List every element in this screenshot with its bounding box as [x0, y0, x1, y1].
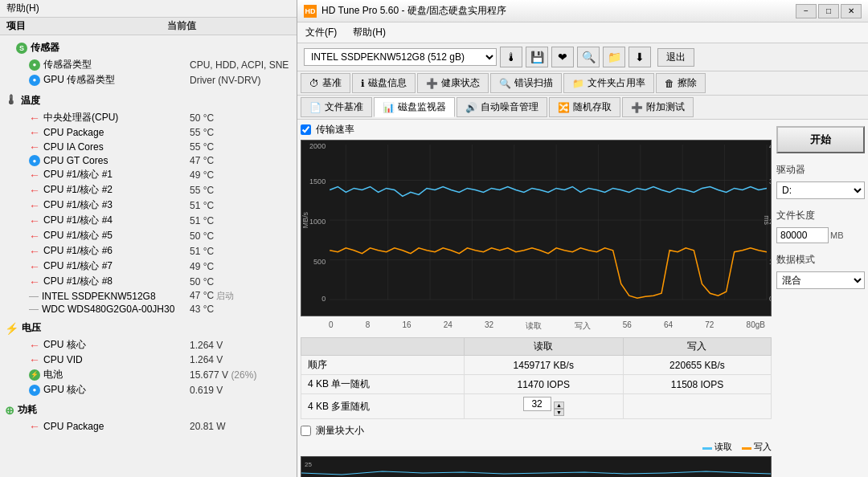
core8-value: 50 °C	[190, 276, 290, 287]
tab-auto-noise[interactable]: 🔊 自动噪音管理	[457, 97, 547, 117]
cpu-ia-value: 55 °C	[190, 141, 290, 153]
core3-value: 51 °C	[190, 200, 290, 211]
core4-icon: ←	[29, 214, 40, 227]
left-menubar[interactable]: 帮助(H)	[0, 0, 297, 18]
read-legend-dot	[702, 447, 712, 450]
chart-header: 传输速率	[301, 123, 772, 137]
cpu-ia-icon: ←	[29, 141, 40, 153]
cpu-vid-value: 1.264 V	[190, 354, 290, 365]
left-table: S 传感器 ● 传感器类型 CPU, HDD, ACPI, SNE ● GPU …	[0, 35, 297, 477]
left-panel: 帮助(H) 项目 当前值 S 传感器 ● 传感器类型 CPU, HDD, ACP…	[0, 0, 297, 477]
benchmark-label: 基准	[322, 76, 342, 90]
voltage-icon: ⚡	[5, 322, 18, 335]
read-legend: 读取	[702, 441, 732, 453]
exit-button[interactable]: 退出	[657, 48, 694, 67]
file-length-label: 文件长度	[776, 209, 865, 222]
menu-bar: 文件(F) 帮助(H)	[297, 22, 868, 43]
help-menu[interactable]: 帮助(H)	[6, 2, 39, 14]
folder-usage-icon: 📁	[572, 78, 584, 89]
voltage-label: 电压	[22, 321, 41, 335]
data-mode-dropdown[interactable]: 混合	[776, 271, 865, 289]
tab-health[interactable]: ➕ 健康状态	[417, 73, 489, 93]
scan-btn[interactable]: 🔍	[577, 47, 600, 67]
power-icon: ⊕	[5, 404, 14, 417]
help-menu-right[interactable]: 帮助(H)	[348, 24, 391, 41]
main-chart: 2000 1500 1000 500 0 MB/s 40 30 20 10 0 …	[301, 140, 772, 316]
queue-depth-input[interactable]	[523, 397, 551, 411]
file-length-input[interactable]	[776, 227, 829, 243]
tab-extra-test[interactable]: ➕ 附加测试	[622, 97, 694, 117]
cpu-name: ← 中央处理器(CPU)	[29, 111, 190, 124]
x-label-24: 24	[444, 320, 452, 332]
tab-error-scan[interactable]: 🔍 错误扫描	[490, 73, 562, 93]
core7-icon: ←	[29, 260, 40, 273]
wdc-value: 43 °C	[190, 304, 290, 315]
close-button[interactable]: ✕	[841, 4, 862, 18]
tab-erase[interactable]: 🗑 擦除	[656, 73, 706, 93]
cpu-core-v-name: ← CPU 核心	[29, 338, 190, 352]
svg-text:1000: 1000	[309, 218, 326, 226]
tab-random-access[interactable]: 🔀 随机存取	[549, 97, 620, 117]
spin-down[interactable]: ▼	[554, 409, 564, 416]
start-button[interactable]: 开始	[776, 126, 865, 153]
core8-icon: ←	[29, 275, 40, 288]
svg-text:25: 25	[305, 461, 312, 468]
health-btn[interactable]: ❤	[551, 47, 574, 67]
tab-file-benchmark[interactable]: 📄 文件基准	[301, 97, 372, 117]
svg-text:10: 10	[769, 258, 771, 266]
restore-button[interactable]: □	[818, 4, 839, 18]
tabs-row1: ⏱ 基准 ℹ 磁盘信息 ➕ 健康状态 🔍 错误扫描 📁 文件夹占用率 🗑 擦除	[297, 71, 868, 96]
sequential-label: 顺序	[301, 356, 465, 375]
section-temperature: 🌡 温度	[0, 91, 297, 110]
gpu-sensor-value: Driver (NV-DRV)	[190, 75, 290, 86]
drive-select[interactable]: INTEL SSDPEKNW512G8 (512 gB)	[304, 48, 497, 66]
drive-dropdown[interactable]: D:	[776, 181, 865, 199]
gpu-core-v-value: 0.619 V	[190, 385, 290, 396]
measure-row: 测量块大小	[301, 424, 772, 438]
main-content: 传输速率	[297, 120, 868, 477]
tab-benchmark[interactable]: ⏱ 基准	[301, 73, 350, 93]
core5-value: 50 °C	[190, 230, 290, 242]
cpu-vid-icon: ←	[29, 353, 40, 366]
4kb-multi-write	[623, 394, 771, 419]
tab-disk-info[interactable]: ℹ 磁盘信息	[352, 73, 416, 93]
benchmark-icon: ⏱	[309, 78, 319, 89]
cpu-core-v-value: 1.264 V	[190, 340, 290, 351]
transfer-rate-checkbox[interactable]	[301, 124, 311, 135]
core3-name: ← CPU #1/核心 #3	[29, 198, 190, 212]
folder-btn[interactable]: 📁	[603, 47, 625, 67]
svg-rect-28	[301, 457, 771, 477]
table-row: ⚡ 电池 15.677 V (26%)	[0, 367, 297, 382]
download-btn[interactable]: ⬇	[628, 47, 651, 67]
svg-rect-0	[301, 141, 771, 316]
svg-text:500: 500	[313, 258, 326, 266]
minimize-button[interactable]: −	[796, 4, 817, 18]
random-access-label: 随机存取	[573, 100, 612, 114]
chart-svg: 2000 1500 1000 500 0 MB/s 40 30 20 10 0 …	[301, 141, 771, 316]
x-label-80: 80gB	[747, 320, 765, 332]
titlebar-controls[interactable]: − □ ✕	[796, 4, 862, 18]
svg-text:ms: ms	[763, 215, 771, 225]
col-name-header: 项目	[6, 19, 167, 33]
cpu-vid-name: ← CPU VID	[29, 353, 190, 366]
spin-up[interactable]: ▲	[554, 402, 564, 409]
tab-folder-usage[interactable]: 📁 文件夹占用率	[563, 73, 654, 93]
sensors-label: 传感器	[31, 41, 59, 55]
thermometer-btn[interactable]: 🌡	[500, 47, 522, 67]
table-row: ← CPU #1/核心 #2 55 °C	[0, 182, 297, 198]
cpu-core-v-icon: ←	[29, 339, 40, 352]
file-menu[interactable]: 文件(F)	[301, 24, 342, 41]
x-label-56: 56	[623, 320, 632, 332]
disk-btn[interactable]: 💾	[526, 47, 548, 67]
error-scan-icon: 🔍	[499, 78, 511, 89]
x-label-8: 8	[366, 320, 371, 332]
measure-size-checkbox[interactable]	[301, 426, 311, 436]
stats-row-4kb-single: 4 KB 单一随机 11470 IOPS 11508 IOPS	[301, 375, 772, 394]
x-label-0: 0	[329, 320, 334, 332]
x-label-16: 16	[402, 320, 411, 332]
table-row: ← CPU #1/核心 #4 51 °C	[0, 213, 297, 228]
cpu-gt-icon: ●	[29, 155, 40, 166]
intel-ssd-value: 47 °C 启动	[190, 290, 290, 302]
core8-name: ← CPU #1/核心 #8	[29, 275, 190, 288]
tab-disk-monitor[interactable]: 📊 磁盘监视器	[374, 97, 455, 117]
